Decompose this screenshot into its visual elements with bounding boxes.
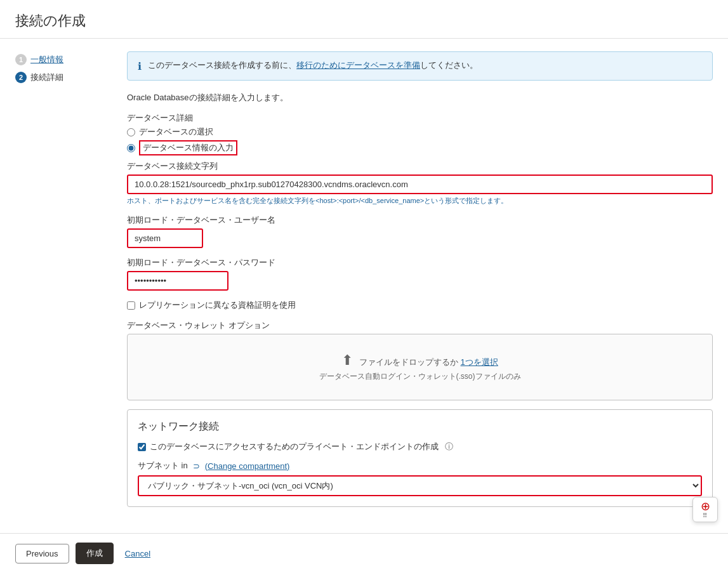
sidebar: 1 一般情報 2 接続詳細 [15, 51, 117, 520]
form-group-conn-string: データベース接続文字列 ホスト、ポートおよびサービス名を含む完全な接続文字列を<… [127, 161, 713, 206]
info-text-before: このデータベース接続を作成する前に、 [148, 60, 296, 70]
upload-icon: ⬆ [341, 352, 353, 368]
sidebar-link-general-info[interactable]: 一般情報 [30, 54, 63, 65]
network-checkbox-label: このデータベースにアクセスするためのプライベート・エンドポイントの作成 [150, 441, 439, 452]
subnet-label: サブネット in [138, 460, 188, 471]
main-content: 1 一般情報 2 接続詳細 ℹ このデータベース接続を作成する前に、移行のために… [0, 39, 728, 533]
info-box: ℹ このデータベース接続を作成する前に、移行のためにデータベースを準備してくださ… [127, 51, 713, 81]
page-wrapper: 接続の作成 1 一般情報 2 接続詳細 ℹ このデータベース接続を作成する前に、… [0, 0, 728, 573]
replication-checkbox-label: レプリケーションに異なる資格証明を使用 [139, 300, 296, 311]
username-label: 初期ロード・データベース・ユーザー名 [127, 214, 713, 226]
cancel-button[interactable]: Cancel [120, 544, 156, 563]
wallet-hint: データベース自動ログイン・ウォレット(.sso)ファイルのみ [138, 371, 702, 382]
password-input[interactable] [127, 271, 228, 291]
life-ring-icon: ⊕ [701, 501, 710, 512]
step-num-2: 2 [15, 72, 27, 83]
replication-checkbox[interactable] [127, 301, 135, 310]
sidebar-item-connection-detail: 2 接続詳細 [15, 72, 107, 83]
wallet-section: データベース・ウォレット オプション ⬆ ファイルをドロップするか 1つを選択 … [127, 320, 713, 400]
username-input[interactable] [127, 228, 203, 248]
form-group-password: 初期ロード・データベース・パスワード [127, 257, 713, 291]
info-link[interactable]: 移行のためにデータベースを準備 [296, 60, 420, 70]
radio-db-input[interactable] [127, 144, 135, 152]
db-detail-label: データベース詳細 [127, 112, 713, 124]
wallet-section-label: データベース・ウォレット オプション [127, 320, 713, 331]
wallet-dropzone[interactable]: ⬆ ファイルをドロップするか 1つを選択 データベース自動ログイン・ウォレット(… [127, 334, 713, 400]
sidebar-label-connection-detail: 接続詳細 [30, 72, 63, 83]
subnet-arrow: ⊃ [193, 461, 200, 471]
change-compartment-link[interactable]: (Change compartment) [205, 461, 290, 471]
sidebar-item-general-info[interactable]: 1 一般情報 [15, 54, 107, 65]
radio-label-select: データベースの選択 [139, 126, 213, 138]
subnet-row: サブネット in ⊃ (Change compartment) [138, 460, 702, 471]
password-label: 初期ロード・データベース・パスワード [127, 257, 713, 268]
wallet-select-link[interactable]: 1つを選択 [461, 357, 498, 367]
form-area: ℹ このデータベース接続を作成する前に、移行のためにデータベースを準備してくださ… [117, 51, 713, 520]
create-button[interactable]: 作成 [76, 543, 114, 564]
wallet-upload-row: ⬆ ファイルをドロップするか 1つを選択 [138, 352, 702, 369]
radio-item-input[interactable]: データベース情報の入力 [127, 140, 713, 155]
form-group-username: 初期ロード・データベース・ユーザー名 [127, 214, 713, 248]
radio-db-select[interactable] [127, 128, 135, 136]
radio-item-select[interactable]: データベースの選択 [127, 126, 713, 138]
step-num-1: 1 [15, 54, 27, 65]
help-dots: ⠿ [703, 512, 708, 519]
network-section: ネットワーク接続 このデータベースにアクセスするためのプライベート・エンドポイン… [127, 409, 713, 507]
network-info-icon: ⓘ [445, 441, 453, 452]
radio-group-db: データベースの選択 データベース情報の入力 [127, 126, 713, 155]
network-checkbox[interactable] [138, 443, 146, 451]
help-widget[interactable]: ⊕ ⠿ [692, 497, 718, 522]
page-title: 接続の作成 [0, 0, 728, 39]
wallet-drop-text: ファイルをドロップするか 1つを選択 [359, 357, 498, 367]
form-intro: Oracle Databaseの接続詳細を入力します。 [127, 92, 713, 103]
conn-string-input[interactable] [127, 175, 713, 194]
info-text-after: してください。 [420, 60, 478, 70]
footer-bar: Previous 作成 Cancel [0, 533, 728, 573]
subnet-select[interactable]: パブリック・サブネット-vcn_oci (vcn_oci VCN内) [138, 475, 702, 496]
previous-button[interactable]: Previous [15, 544, 69, 563]
conn-string-hint: ホスト、ポートおよびサービス名を含む完全な接続文字列を<host>:<port>… [127, 196, 713, 206]
info-box-text: このデータベース接続を作成する前に、移行のためにデータベースを準備してください。 [148, 60, 478, 71]
replication-checkbox-item[interactable]: レプリケーションに異なる資格証明を使用 [127, 300, 713, 311]
network-title: ネットワーク接続 [138, 420, 702, 433]
network-checkbox-item[interactable]: このデータベースにアクセスするためのプライベート・エンドポイントの作成 ⓘ [138, 441, 702, 452]
radio-label-input: データベース情報の入力 [139, 140, 237, 155]
conn-string-label: データベース接続文字列 [127, 161, 713, 172]
info-icon: ℹ [138, 60, 142, 72]
